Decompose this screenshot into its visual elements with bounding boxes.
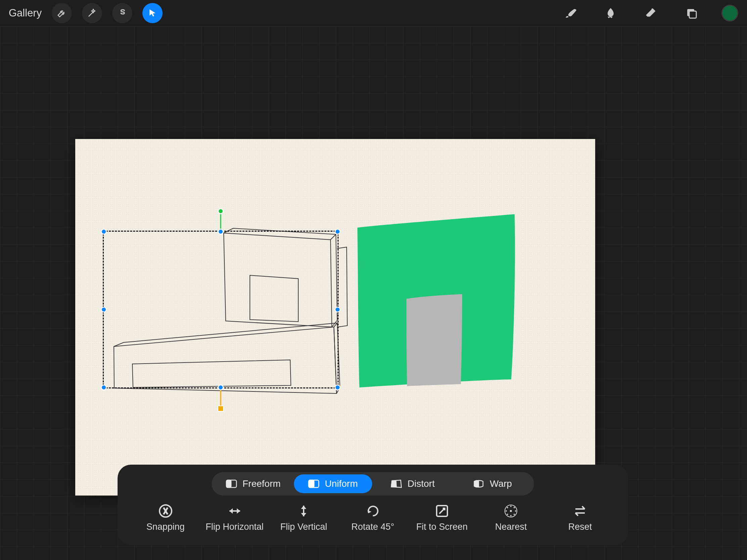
mode-freeform[interactable]: Freeform	[214, 474, 292, 493]
svg-rect-7	[229, 510, 240, 512]
scale-handle[interactable]	[218, 405, 224, 411]
svg-rect-3	[226, 480, 231, 487]
canvas-grid-area[interactable]: Freeform Uniform Distort Warp	[0, 26, 747, 560]
svg-rect-5	[309, 480, 314, 487]
action-snapping[interactable]: Snapping	[132, 504, 199, 532]
snapping-icon	[158, 504, 173, 518]
mode-warp[interactable]: Warp	[454, 474, 532, 493]
wrench-icon[interactable]	[52, 3, 72, 23]
transform-panel: Freeform Uniform Distort Warp	[118, 465, 628, 545]
svg-point-18	[514, 514, 515, 515]
mode-distort-label: Distort	[407, 478, 435, 489]
svg-point-11	[510, 506, 512, 507]
magic-wand-icon[interactable]	[82, 3, 102, 23]
brush-icon[interactable]	[560, 3, 581, 23]
action-nearest[interactable]: Nearest	[477, 504, 544, 532]
action-flip-horizontal-label: Flip Horizontal	[206, 522, 264, 532]
selection-handle-tr[interactable]	[335, 229, 341, 235]
action-flip-vertical[interactable]: Flip Vertical	[270, 504, 337, 532]
action-rotate-45[interactable]: Rotate 45°	[339, 504, 406, 532]
fit-screen-icon	[435, 504, 449, 518]
smudge-icon[interactable]	[600, 3, 621, 23]
svg-point-14	[515, 510, 516, 512]
mode-warp-label: Warp	[490, 478, 512, 489]
mode-distort[interactable]: Distort	[374, 474, 452, 493]
svg-point-16	[514, 507, 515, 508]
mode-uniform[interactable]: Uniform	[294, 474, 372, 493]
transform-mode-segmented: Freeform Uniform Distort Warp	[212, 472, 534, 496]
action-flip-horizontal[interactable]: Flip Horizontal	[201, 504, 268, 532]
nearest-icon	[504, 504, 518, 518]
toolbar-right-group	[560, 3, 738, 23]
mode-uniform-label: Uniform	[325, 478, 358, 489]
top-toolbar: Gallery	[0, 0, 747, 26]
reset-icon	[573, 504, 588, 518]
selection-handle-bl[interactable]	[101, 384, 107, 391]
action-fit-screen-label: Fit to Screen	[416, 522, 467, 532]
selection-s-icon[interactable]	[112, 3, 132, 23]
action-flip-vertical-label: Flip Vertical	[280, 522, 327, 532]
rotate-45-icon	[365, 504, 380, 518]
svg-rect-1	[689, 11, 696, 18]
selection-handle-mr[interactable]	[335, 306, 341, 313]
distort-icon	[391, 479, 402, 488]
scale-handle-line	[220, 390, 221, 407]
svg-point-12	[510, 515, 512, 516]
toolbar-left-group: Gallery	[9, 3, 162, 23]
freeform-icon	[226, 479, 237, 488]
selection-bounding-box[interactable]	[103, 231, 339, 389]
gallery-button[interactable]: Gallery	[9, 7, 42, 19]
selection-handle-tc[interactable]	[218, 229, 224, 235]
action-fit-screen[interactable]: Fit to Screen	[408, 504, 475, 532]
action-snapping-label: Snapping	[147, 522, 185, 532]
svg-point-19	[510, 510, 512, 512]
color-swatch[interactable]	[721, 5, 738, 22]
svg-point-15	[507, 507, 508, 508]
action-reset[interactable]: Reset	[546, 504, 614, 532]
mode-freeform-label: Freeform	[242, 478, 281, 489]
svg-point-13	[506, 510, 507, 512]
selection-handle-tl[interactable]	[101, 229, 107, 235]
action-reset-label: Reset	[568, 522, 592, 532]
eraser-icon[interactable]	[641, 3, 661, 23]
selection-handle-ml[interactable]	[101, 306, 107, 313]
rotate-handle[interactable]	[218, 208, 224, 214]
cursor-icon[interactable]	[143, 3, 162, 23]
uniform-icon	[308, 479, 319, 488]
selection-handle-br[interactable]	[335, 384, 341, 391]
layers-icon[interactable]	[681, 3, 701, 23]
flip-horizontal-icon	[227, 504, 242, 518]
selection-handle-bc[interactable]	[218, 384, 224, 391]
action-nearest-label: Nearest	[495, 522, 527, 532]
action-rotate-45-label: Rotate 45°	[351, 522, 394, 532]
svg-point-17	[507, 514, 508, 515]
transform-action-row: Snapping Flip Horizontal Flip Vertical R…	[131, 504, 615, 532]
svg-rect-8	[303, 506, 304, 516]
warp-icon	[473, 479, 484, 488]
flip-vertical-icon	[296, 504, 311, 518]
